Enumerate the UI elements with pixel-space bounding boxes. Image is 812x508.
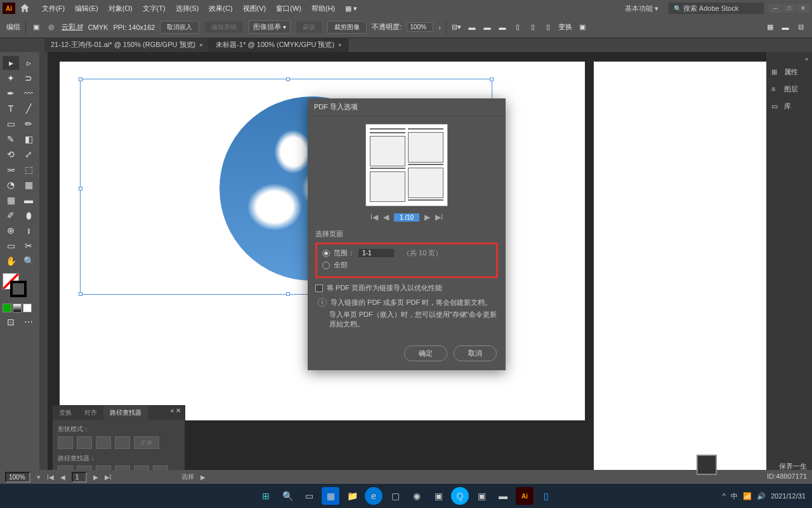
gradient-tool[interactable]: ▬ (20, 193, 37, 207)
first-page-button[interactable]: I◀ (370, 213, 378, 222)
nav-last-icon[interactable]: ▶I (105, 474, 112, 481)
fill-stroke-indicator[interactable] (3, 273, 30, 301)
align-icon-3[interactable]: ▬ (482, 22, 492, 32)
workspace-dropdown[interactable]: 基本功能 ▾ (620, 3, 664, 15)
app-icon-1[interactable]: ▢ (386, 487, 404, 505)
layers-panel-tab[interactable]: ≡图层 (766, 81, 812, 98)
menu-file[interactable]: 文件(F) (37, 4, 70, 13)
tab-close-icon[interactable]: × (199, 42, 202, 48)
taskview-icon[interactable]: ▭ (300, 487, 318, 505)
opacity-input[interactable] (407, 22, 433, 32)
lasso-tool[interactable]: ⊃ (20, 71, 37, 85)
app-icon-2[interactable]: ▣ (429, 487, 447, 505)
align-icon-7[interactable]: ▯ (543, 22, 553, 32)
prefs-icon-3[interactable]: ⊟ (796, 22, 806, 32)
align-tab[interactable]: 对齐 (78, 406, 103, 420)
menu-select[interactable]: 选择(S) (171, 4, 204, 13)
tray-date[interactable]: 2021/12/31 (771, 492, 806, 500)
free-transform-tool[interactable]: ⬚ (20, 163, 37, 177)
panel-menu-icon[interactable]: « ✕ (167, 406, 185, 420)
rotate-tool[interactable]: ⟲ (3, 147, 19, 161)
minus-front-button[interactable] (77, 436, 92, 449)
image-trace-dropdown[interactable]: 图像描摹 ▾ (249, 20, 291, 34)
chrome-icon[interactable]: ◉ (408, 487, 426, 505)
intersect-button[interactable] (96, 436, 111, 449)
menu-type[interactable]: 文字(T) (138, 4, 171, 13)
pathfinder-tab[interactable]: 路径查找器 (103, 406, 148, 420)
menu-help[interactable]: 帮助(H) (306, 4, 340, 13)
widgets-icon[interactable]: ▦ (322, 487, 339, 505)
blend-tool[interactable]: ⬮ (20, 208, 37, 222)
prev-page-button[interactable]: ◀ (383, 213, 389, 222)
menu-effect[interactable]: 效果(C) (204, 4, 237, 13)
next-page-button[interactable]: ▶ (424, 213, 430, 222)
slice-tool[interactable]: ✂ (20, 239, 37, 253)
eraser-tool[interactable]: ◧ (20, 132, 37, 146)
scale-tool[interactable]: ⤢ (20, 147, 37, 161)
app-icon-6[interactable]: ▯ (537, 487, 555, 505)
range-input[interactable] (358, 249, 394, 257)
menu-window[interactable]: 窗口(W) (271, 4, 306, 13)
maximize-button[interactable]: □ (783, 4, 796, 13)
artboard-tool[interactable]: ▭ (3, 239, 19, 253)
start-icon[interactable]: ⊞ (257, 487, 275, 505)
transform-label[interactable]: 变换 (558, 22, 572, 32)
width-tool[interactable]: ⫘ (3, 163, 19, 177)
selection-tool[interactable]: ▸ (3, 56, 19, 70)
rectangle-tool[interactable]: ▭ (3, 117, 19, 131)
filename-label[interactable]: 云彩.tif (62, 22, 83, 32)
tab-2[interactable]: 未标题-1* @ 100% (CMYK/GPU 预览)× (209, 37, 348, 52)
tab-1[interactable]: 21-12-王鸿伟-01.ai* @ 150% (RGB/GPU 预览)× (44, 37, 209, 52)
nav-first-icon[interactable]: I◀ (47, 474, 54, 481)
unite-button[interactable] (58, 436, 73, 449)
tab-close-icon[interactable]: × (338, 42, 341, 48)
select-dropdown-icon[interactable]: ▶ (200, 474, 206, 481)
tray-wifi-icon[interactable]: 📶 (743, 492, 752, 500)
illustrator-taskbar-icon[interactable]: Ai (516, 487, 534, 505)
crop-button[interactable]: 裁剪图像 (327, 21, 367, 34)
artboard-nav-input[interactable] (72, 472, 87, 483)
explorer-icon[interactable]: 📁 (343, 487, 361, 505)
app-icon-4[interactable]: ▣ (473, 487, 490, 505)
tray-volume-icon[interactable]: 🔊 (757, 492, 766, 500)
collapsed-panel[interactable] (39, 52, 48, 471)
symbol-sprayer-tool[interactable]: ⊛ (3, 224, 19, 237)
tray-chevron-icon[interactable]: ^ (723, 492, 726, 500)
align-icon-2[interactable]: ▬ (467, 22, 477, 32)
curvature-tool[interactable]: 〰 (20, 86, 37, 100)
app-icon-3[interactable]: Q (451, 487, 469, 505)
home-icon[interactable] (19, 3, 30, 14)
libraries-panel-tab[interactable]: ▭库 (766, 98, 812, 115)
magic-wand-tool[interactable]: ✦ (3, 71, 19, 85)
hand-tool[interactable]: ✋ (3, 254, 19, 268)
align-icon-6[interactable]: ▯ (528, 22, 538, 32)
shape-builder-tool[interactable]: ◔ (3, 178, 19, 192)
align-icon-4[interactable]: ▬ (497, 22, 508, 32)
edge-icon[interactable]: e (365, 487, 383, 505)
transform-icon[interactable]: ▣ (577, 22, 587, 32)
color-swatch[interactable] (3, 304, 11, 312)
line-tool[interactable]: ╱ (20, 102, 37, 116)
arrange-icon[interactable]: ▦ ▾ (340, 4, 362, 13)
eyedropper-tool[interactable]: ✐ (3, 208, 19, 222)
perspective-tool[interactable]: ▦ (20, 178, 37, 192)
nav-prev-icon[interactable]: ◀ (60, 474, 65, 481)
prefs-icon-1[interactable]: ▦ (765, 22, 775, 32)
target-icon[interactable]: ◎ (46, 22, 56, 32)
direct-selection-tool[interactable]: ▹ (20, 56, 37, 70)
gradient-swatch[interactable] (13, 304, 22, 312)
link-checkbox[interactable] (315, 284, 323, 292)
tray-ime-icon[interactable]: 中 (731, 491, 738, 501)
search-stock[interactable]: 🔍 搜索 Adobe Stock (669, 3, 764, 14)
prefs-icon-2[interactable]: ▬ (780, 22, 790, 32)
page-indicator[interactable]: 1 /10 (394, 213, 419, 222)
exclude-button[interactable] (115, 436, 130, 449)
all-radio[interactable] (322, 262, 330, 269)
edit-toolbar[interactable]: ⋯ (20, 315, 37, 329)
shaper-tool[interactable]: ✎ (3, 132, 19, 146)
graph-tool[interactable]: ⫾ (20, 224, 37, 237)
close-button[interactable]: ✕ (797, 4, 809, 13)
embed-icon[interactable]: ▣ (31, 22, 41, 32)
properties-panel-tab[interactable]: ⊞属性 (766, 64, 812, 81)
paintbrush-tool[interactable]: ✏ (20, 117, 37, 131)
